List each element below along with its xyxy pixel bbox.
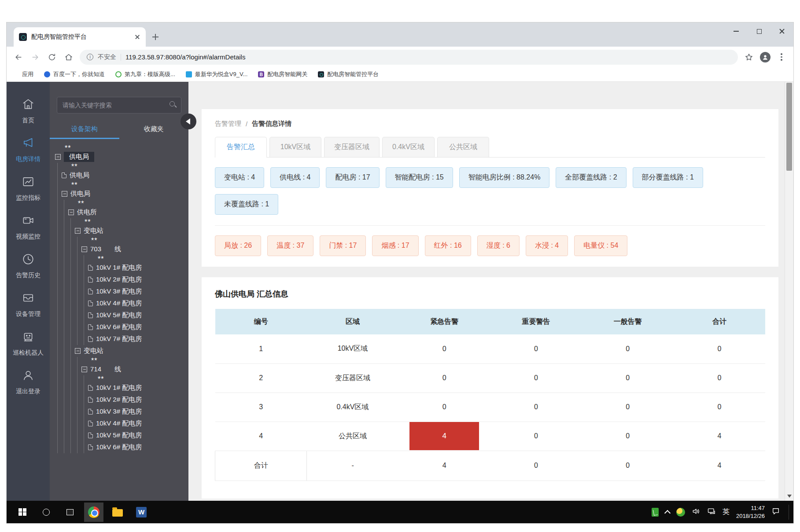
tree-node[interactable]: **714 线 — [50, 357, 188, 375]
tab-region-1[interactable]: 10kV区域 — [269, 137, 321, 157]
tree-file-icon[interactable] — [88, 301, 93, 306]
volume-icon[interactable] — [692, 507, 700, 517]
back-icon[interactable] — [13, 51, 24, 63]
tree-node[interactable]: **供电局 — [50, 181, 188, 200]
close-tab-icon[interactable] — [134, 34, 140, 40]
coverage-stat-button[interactable]: 全部覆盖线路 : 2 — [556, 167, 626, 188]
tree-node[interactable]: 10kV 2# 配电房 — [50, 274, 188, 286]
coverage-stat-button[interactable]: 智能电房比例 : 88.24% — [459, 167, 550, 188]
tree-expander-icon[interactable] — [81, 367, 87, 372]
cortana-button[interactable] — [37, 503, 56, 522]
bookmark-item[interactable]: 最新华为悦盒V9_V... — [186, 70, 247, 78]
tree-file-icon[interactable] — [88, 289, 93, 294]
tree-file-icon[interactable] — [88, 433, 93, 438]
ime-indicator[interactable]: 英 — [723, 507, 730, 517]
tree-node[interactable]: 10kV 3# 配电房 — [50, 286, 188, 297]
sidebar-item-monitor-metrics[interactable]: 监控指标 — [16, 175, 41, 202]
tree-node[interactable]: **703 线 — [50, 237, 188, 255]
sidebar-item-alarm-history[interactable]: 告警历史 — [16, 253, 41, 279]
tree-node[interactable]: **变电站 — [50, 218, 188, 237]
tree-node[interactable]: **供电局 — [50, 163, 188, 181]
profile-avatar[interactable] — [760, 52, 771, 62]
reload-icon[interactable] — [46, 51, 58, 63]
notification-center-icon[interactable] — [771, 507, 780, 517]
tree-expander-icon[interactable] — [55, 154, 61, 160]
tab-region-3[interactable]: 0.4kV区域 — [382, 137, 435, 157]
tab-region-0[interactable]: 告警汇总 — [215, 137, 267, 157]
tree-file-icon[interactable] — [88, 397, 93, 403]
tree-expander-icon[interactable] — [62, 191, 67, 197]
maximize-button[interactable] — [748, 22, 771, 40]
tree-node[interactable]: 10kV 4# 配电房 — [50, 418, 188, 429]
sensor-stat-button[interactable]: 电量仪 : 54 — [574, 235, 627, 256]
sensor-stat-button[interactable]: 局放 : 26 — [215, 235, 261, 256]
tree-file-icon[interactable] — [88, 336, 93, 342]
file-explorer-button[interactable] — [108, 503, 127, 522]
tree-node[interactable]: 10kV 5# 配电房 — [50, 429, 188, 441]
tree-file-icon[interactable] — [88, 421, 93, 426]
sensor-stat-button[interactable]: 湿度 : 6 — [477, 235, 520, 256]
tree-expander-icon[interactable] — [68, 209, 74, 215]
sensor-stat-button[interactable]: 温度 : 37 — [267, 235, 313, 256]
coverage-stat-button[interactable]: 变电站 : 4 — [215, 167, 264, 188]
network-icon[interactable] — [707, 507, 716, 517]
sidebar-item-room-details[interactable]: 电房详情 — [16, 136, 41, 163]
antivirus-tray-icon[interactable] — [676, 508, 685, 517]
minimize-button[interactable] — [725, 22, 748, 40]
bookmark-item[interactable]: B配电房智能网关 — [258, 70, 307, 78]
vertical-scrollbar[interactable] — [785, 82, 793, 501]
breadcrumb-parent[interactable]: 告警管理 — [215, 120, 241, 128]
coverage-stat-button[interactable]: 未覆盖线路 : 1 — [215, 194, 278, 215]
coverage-stat-button[interactable]: 部分覆盖线路 : 1 — [633, 167, 703, 188]
sidebar-item-logout[interactable]: 退出登录 — [16, 369, 41, 396]
tree-node[interactable]: 10kV 7# 配电房 — [50, 333, 188, 345]
tray-expand-icon[interactable] — [664, 510, 671, 516]
tree-file-icon[interactable] — [88, 265, 93, 271]
show-desktop-divider[interactable] — [789, 505, 789, 520]
scrollbar-thumb[interactable] — [786, 83, 792, 171]
tree-expander-icon[interactable] — [81, 246, 87, 252]
bookmark-item[interactable]: 百度一下，你就知道 — [44, 70, 105, 78]
tree-node[interactable]: **供电局 — [50, 144, 188, 163]
sensor-stat-button[interactable]: 水浸 : 4 — [526, 235, 568, 256]
search-input[interactable] — [57, 97, 181, 114]
tree-node[interactable]: 10kV 3# 配电房 — [50, 406, 188, 418]
tree-node[interactable]: **供电所 — [50, 200, 188, 218]
search-icon[interactable] — [169, 101, 177, 109]
forward-icon[interactable] — [29, 51, 41, 63]
bookmark-star-icon[interactable] — [743, 51, 755, 63]
sensor-stat-button[interactable]: 红外 : 16 — [425, 235, 471, 256]
tree-file-icon[interactable] — [88, 312, 93, 318]
new-tab-button[interactable] — [149, 31, 162, 43]
tree-node[interactable]: **10kV 1# 配电房 — [50, 255, 188, 274]
sidebar-item-video-monitor[interactable]: 视频监控 — [16, 214, 41, 241]
word-button[interactable]: W — [132, 503, 151, 522]
bookmark-item[interactable]: 配电房智能管控平台 — [318, 70, 379, 78]
tree-node[interactable]: 变电站 — [50, 345, 188, 357]
sidebar-item-device-management[interactable]: 设备管理 — [16, 291, 41, 318]
tree-node[interactable]: 10kV 5# 配电房 — [50, 309, 188, 321]
scroll-down-button[interactable] — [785, 491, 793, 501]
tab-region-4[interactable]: 公共区域 — [437, 137, 489, 157]
menu-icon[interactable] — [776, 51, 787, 63]
coverage-stat-button[interactable]: 配电房 : 17 — [326, 167, 379, 188]
tree-file-icon[interactable] — [88, 277, 93, 283]
tree-file-icon[interactable] — [88, 409, 93, 415]
bookmark-item[interactable]: 应用 — [13, 70, 33, 78]
taskbar-clock[interactable]: 11:47 2018/12/26 — [736, 504, 765, 520]
tree-expander-icon[interactable] — [75, 348, 81, 354]
tree-node[interactable]: **10kV 1# 配电房 — [50, 375, 188, 394]
address-bar[interactable]: i 不安全 119.23.58.97:8080/a?login#/alarmDe… — [80, 50, 738, 65]
tab-region-2[interactable]: 变压器区域 — [324, 137, 380, 157]
sensor-stat-button[interactable]: 门禁 : 17 — [320, 235, 366, 256]
chrome-taskbar-button[interactable] — [84, 503, 103, 522]
tree-file-icon[interactable] — [88, 385, 93, 391]
start-button[interactable] — [13, 503, 32, 522]
info-icon[interactable]: i — [87, 54, 93, 60]
coverage-stat-button[interactable]: 智能配电房 : 15 — [386, 167, 453, 188]
tree-node[interactable]: 10kV 2# 配电房 — [50, 394, 188, 406]
sidebar-item-inspection-robot[interactable]: 巡检机器人 — [13, 330, 44, 357]
browser-tab[interactable]: 配电房智能管控平台 — [14, 27, 146, 47]
collapse-panel-button[interactable] — [181, 114, 196, 129]
tree-file-icon[interactable] — [88, 444, 93, 450]
